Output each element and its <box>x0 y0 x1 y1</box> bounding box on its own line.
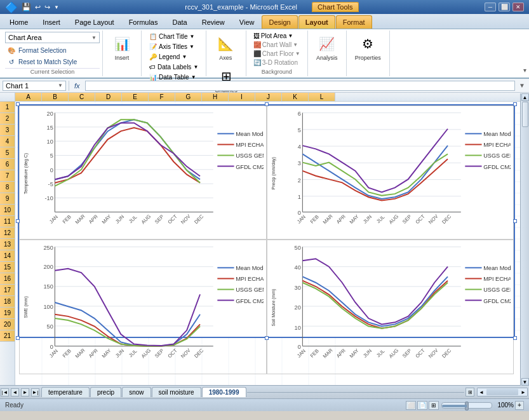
data-labels-btn[interactable]: 🏷 Data Labels ▼ <box>147 62 201 72</box>
minimize-button[interactable]: ─ <box>485 3 496 11</box>
formula-input[interactable] <box>85 81 516 91</box>
tab-formulas[interactable]: Formulas <box>122 15 165 29</box>
horizontal-scrollbar[interactable]: ◄ ► <box>477 388 528 396</box>
col-header-d[interactable]: D <box>95 93 122 101</box>
row-num-3[interactable]: 3 <box>0 125 15 136</box>
row-num-8[interactable]: 8 <box>0 182 15 193</box>
col-header-k[interactable]: K <box>282 93 309 101</box>
zoom-in-btn[interactable]: + <box>515 401 524 410</box>
row-num-12[interactable]: 12 <box>0 227 15 239</box>
row-num-18[interactable]: 18 <box>0 296 15 308</box>
row-num-15[interactable]: 15 <box>0 262 15 273</box>
quick-access-redo[interactable]: ↪ <box>44 3 50 11</box>
row-num-10[interactable]: 10 <box>0 205 15 216</box>
sheet-tab-soil-moisture[interactable]: soil moisture <box>152 387 201 397</box>
chart-floor-btn[interactable]: ⬛ Chart Floor ▼ <box>251 50 302 58</box>
row-num-1[interactable]: 1 <box>0 102 15 113</box>
analysis-btn[interactable]: 📈 Analysis <box>313 32 341 63</box>
col-header-c[interactable]: C <box>69 93 95 101</box>
sheet-nav-prev[interactable]: ◄ <box>11 388 19 396</box>
restore-button[interactable]: ⬜ <box>499 3 510 11</box>
col-header-l[interactable]: L <box>309 93 335 101</box>
vertical-scrollbar[interactable]: ▲ ▼ <box>520 93 529 386</box>
row-num-11[interactable]: 11 <box>0 216 15 227</box>
resize-handle-ne[interactable] <box>513 102 517 106</box>
resize-handle-e[interactable] <box>513 219 517 223</box>
plot-area-btn[interactable]: 🖼 Plot Area ▼ <box>251 32 295 40</box>
resize-handle-s[interactable] <box>265 336 269 340</box>
chart-1[interactable]: Temperature (deg C) <box>18 104 515 338</box>
tab-format[interactable]: Format <box>336 15 372 29</box>
fx-button[interactable]: fx <box>72 82 83 90</box>
col-header-j[interactable]: J <box>255 93 282 101</box>
row-num-2[interactable]: 2 <box>0 113 15 125</box>
row-num-14[interactable]: 14 <box>0 250 15 262</box>
row-num-5[interactable]: 5 <box>0 147 15 159</box>
legend-btn[interactable]: 🔑 Legend ▼ <box>147 52 189 62</box>
chart-wall-btn[interactable]: 🧱 Chart Wall ▼ <box>251 41 300 49</box>
selection-dropdown[interactable]: Chart Area ▼ <box>5 32 100 43</box>
tab-view[interactable]: View <box>232 15 262 29</box>
tab-design[interactable]: Design <box>262 15 297 29</box>
tab-page-layout[interactable]: Page Layout <box>68 15 121 29</box>
quick-access-dropdown[interactable]: ▼ <box>54 4 59 10</box>
chart-title-btn[interactable]: 📋 Chart Title ▼ <box>147 32 198 41</box>
tab-review[interactable]: Review <box>195 15 232 29</box>
formula-expand-icon[interactable]: ▼ <box>518 82 526 89</box>
close-button[interactable]: ✕ <box>512 3 524 11</box>
hscroll-left-btn[interactable]: ◄ <box>478 388 485 396</box>
col-header-b[interactable]: B <box>42 93 69 101</box>
resize-handle-nw[interactable] <box>16 102 20 106</box>
col-header-h[interactable]: H <box>202 93 229 101</box>
sheet-nav-last[interactable]: ►| <box>31 388 39 396</box>
row-num-16[interactable]: 16 <box>0 273 15 285</box>
quick-access-undo[interactable]: ↩ <box>35 3 41 11</box>
tab-layout[interactable]: Layout <box>298 15 335 29</box>
sheet-nav-next[interactable]: ► <box>21 388 29 396</box>
axes-btn[interactable]: 📐 Axes <box>211 32 239 63</box>
row-num-20[interactable]: 20 <box>0 319 15 330</box>
resize-handle-se[interactable] <box>513 336 517 340</box>
reset-style-btn[interactable]: ↺ Reset to Match Style <box>5 56 100 67</box>
tab-home[interactable]: Home <box>3 15 35 29</box>
sheet-tab-precip[interactable]: precip <box>90 387 121 397</box>
sheet-options-icon[interactable]: ⊞ <box>465 388 474 396</box>
hscroll-right-btn[interactable]: ► <box>519 388 527 396</box>
tab-data[interactable]: Data <box>165 15 194 29</box>
row-num-21[interactable]: 21 <box>0 330 15 342</box>
resize-handle-sw[interactable] <box>16 336 20 340</box>
sheet-tab-1980-1999[interactable]: 1980-1999 <box>202 387 246 397</box>
page-layout-view-btn[interactable]: 📄 <box>417 401 427 410</box>
col-header-f[interactable]: F <box>149 93 175 101</box>
row-num-6[interactable]: 6 <box>0 159 15 170</box>
col-header-a[interactable]: A <box>15 93 42 101</box>
scrollbar-thumb[interactable] <box>522 102 528 127</box>
resize-handle-n[interactable] <box>265 102 269 106</box>
scrollbar-up-btn[interactable]: ▲ <box>521 93 529 101</box>
properties-btn[interactable]: ⚙ Properties <box>352 32 384 63</box>
row-num-4[interactable]: 4 <box>0 136 15 147</box>
row-num-9[interactable]: 9 <box>0 193 15 205</box>
col-header-e[interactable]: E <box>122 93 149 101</box>
row-num-13[interactable]: 13 <box>0 239 15 250</box>
format-selection-btn[interactable]: 🎨 Format Selection <box>5 44 100 56</box>
sheet-tab-temperature[interactable]: temperature <box>41 387 90 397</box>
quick-access-save[interactable]: 💾 <box>22 3 31 11</box>
name-box[interactable]: Chart 1 ▼ <box>3 81 66 91</box>
axis-titles-btn[interactable]: 📝 Axis Titles ▼ <box>147 42 197 51</box>
page-break-view-btn[interactable]: ⊞ <box>429 401 439 410</box>
insert-btn[interactable]: 📊 Insert <box>108 32 136 63</box>
scrollbar-down-btn[interactable]: ▼ <box>521 378 529 386</box>
sheet-nav-first[interactable]: |◄ <box>1 388 9 396</box>
resize-handle-w[interactable] <box>16 219 20 223</box>
col-header-i[interactable]: I <box>229 93 255 101</box>
sheet-tab-snow[interactable]: snow <box>122 387 151 397</box>
gridlines-btn[interactable]: ⊞ Gridlines <box>211 64 241 95</box>
normal-view-btn[interactable]: ⬜ <box>406 401 416 410</box>
rotation-btn[interactable]: 🔄 3-D Rotation <box>251 58 300 67</box>
tab-insert[interactable]: Insert <box>36 15 67 29</box>
row-num-19[interactable]: 19 <box>0 308 15 319</box>
ribbon-expand[interactable]: ▾ <box>523 30 526 76</box>
row-num-17[interactable]: 17 <box>0 285 15 296</box>
col-header-g[interactable]: G <box>175 93 202 101</box>
